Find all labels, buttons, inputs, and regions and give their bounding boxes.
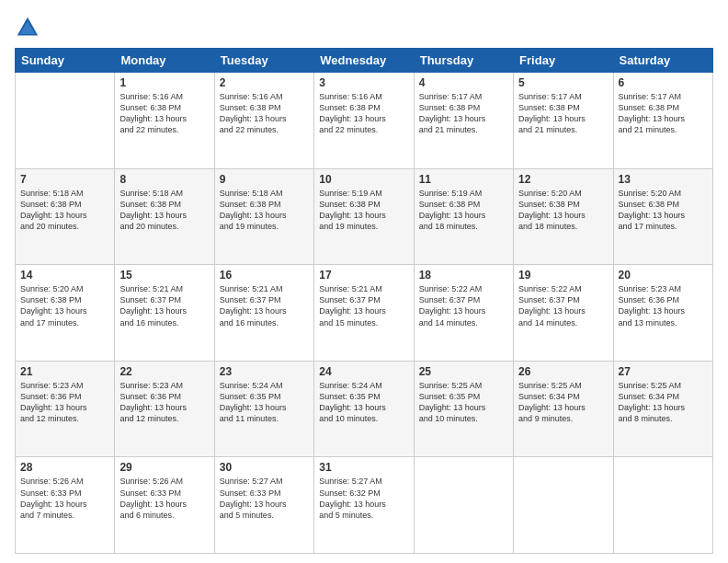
day-number: 15 (119, 269, 209, 282)
calendar-header-row: SundayMondayTuesdayWednesdayThursdayFrid… (16, 49, 713, 73)
day-info: Sunrise: 5:24 AM Sunset: 6:35 PM Dayligh… (220, 380, 309, 425)
calendar-cell: 19Sunrise: 5:22 AM Sunset: 6:37 PM Dayli… (514, 265, 613, 362)
day-number: 14 (20, 269, 109, 282)
calendar-week-row: 28Sunrise: 5:26 AM Sunset: 6:33 PM Dayli… (16, 457, 713, 554)
calendar-cell (16, 73, 115, 169)
day-number: 26 (518, 365, 608, 378)
calendar-header-thursday: Thursday (414, 49, 513, 73)
calendar-header-tuesday: Tuesday (214, 49, 313, 73)
calendar-cell: 30Sunrise: 5:27 AM Sunset: 6:33 PM Dayli… (214, 457, 313, 554)
logo-icon (15, 15, 40, 40)
day-number: 11 (419, 173, 508, 186)
day-number: 24 (319, 365, 408, 378)
calendar-header-wednesday: Wednesday (314, 49, 414, 73)
day-info: Sunrise: 5:23 AM Sunset: 6:36 PM Dayligh… (119, 380, 209, 425)
day-number: 3 (319, 76, 408, 89)
calendar-cell: 9Sunrise: 5:18 AM Sunset: 6:38 PM Daylig… (214, 168, 313, 265)
day-number: 21 (20, 365, 109, 378)
day-info: Sunrise: 5:19 AM Sunset: 6:38 PM Dayligh… (419, 188, 508, 233)
calendar-cell: 5Sunrise: 5:17 AM Sunset: 6:38 PM Daylig… (514, 73, 613, 169)
day-info: Sunrise: 5:18 AM Sunset: 6:38 PM Dayligh… (220, 188, 309, 233)
day-info: Sunrise: 5:27 AM Sunset: 6:32 PM Dayligh… (319, 476, 408, 521)
day-number: 10 (319, 173, 408, 186)
day-info: Sunrise: 5:21 AM Sunset: 6:37 PM Dayligh… (119, 283, 209, 328)
calendar-cell: 21Sunrise: 5:23 AM Sunset: 6:36 PM Dayli… (16, 361, 115, 457)
calendar-cell: 20Sunrise: 5:23 AM Sunset: 6:36 PM Dayli… (613, 265, 712, 362)
page: SundayMondayTuesdayWednesdayThursdayFrid… (0, 0, 728, 563)
day-info: Sunrise: 5:22 AM Sunset: 6:37 PM Dayligh… (518, 283, 608, 328)
day-info: Sunrise: 5:25 AM Sunset: 6:34 PM Dayligh… (619, 380, 708, 425)
calendar-cell: 10Sunrise: 5:19 AM Sunset: 6:38 PM Dayli… (314, 168, 414, 265)
day-number: 17 (319, 269, 408, 282)
calendar-cell: 16Sunrise: 5:21 AM Sunset: 6:37 PM Dayli… (214, 265, 313, 362)
calendar-cell: 7Sunrise: 5:18 AM Sunset: 6:38 PM Daylig… (16, 168, 115, 265)
calendar-cell: 26Sunrise: 5:25 AM Sunset: 6:34 PM Dayli… (514, 361, 613, 457)
calendar-cell: 1Sunrise: 5:16 AM Sunset: 6:38 PM Daylig… (115, 73, 214, 169)
day-number: 13 (619, 173, 708, 186)
day-info: Sunrise: 5:23 AM Sunset: 6:36 PM Dayligh… (20, 380, 109, 425)
day-info: Sunrise: 5:16 AM Sunset: 6:38 PM Dayligh… (319, 91, 408, 136)
calendar-cell: 15Sunrise: 5:21 AM Sunset: 6:37 PM Dayli… (115, 265, 214, 362)
day-info: Sunrise: 5:18 AM Sunset: 6:38 PM Dayligh… (20, 188, 109, 233)
day-number: 8 (119, 173, 209, 186)
calendar-header-monday: Monday (115, 49, 214, 73)
day-number: 27 (619, 365, 708, 378)
day-number: 30 (220, 461, 309, 474)
day-info: Sunrise: 5:24 AM Sunset: 6:35 PM Dayligh… (319, 380, 408, 425)
calendar-cell: 13Sunrise: 5:20 AM Sunset: 6:38 PM Dayli… (613, 168, 712, 265)
calendar-cell: 3Sunrise: 5:16 AM Sunset: 6:38 PM Daylig… (314, 73, 414, 169)
day-number: 20 (619, 269, 708, 282)
day-number: 4 (419, 76, 508, 89)
day-number: 16 (220, 269, 309, 282)
calendar-cell: 28Sunrise: 5:26 AM Sunset: 6:33 PM Dayli… (16, 457, 115, 554)
day-info: Sunrise: 5:16 AM Sunset: 6:38 PM Dayligh… (220, 91, 309, 136)
calendar-cell: 25Sunrise: 5:25 AM Sunset: 6:35 PM Dayli… (414, 361, 513, 457)
day-number: 23 (220, 365, 309, 378)
day-info: Sunrise: 5:17 AM Sunset: 6:38 PM Dayligh… (518, 91, 608, 136)
day-number: 7 (20, 173, 109, 186)
calendar-cell: 11Sunrise: 5:19 AM Sunset: 6:38 PM Dayli… (414, 168, 513, 265)
day-info: Sunrise: 5:26 AM Sunset: 6:33 PM Dayligh… (119, 476, 209, 521)
day-number: 19 (518, 269, 608, 282)
day-number: 6 (619, 76, 708, 89)
day-info: Sunrise: 5:25 AM Sunset: 6:35 PM Dayligh… (419, 380, 508, 425)
day-info: Sunrise: 5:23 AM Sunset: 6:36 PM Dayligh… (619, 283, 708, 328)
calendar-cell: 6Sunrise: 5:17 AM Sunset: 6:38 PM Daylig… (613, 73, 712, 169)
day-info: Sunrise: 5:17 AM Sunset: 6:38 PM Dayligh… (619, 91, 708, 136)
calendar-cell: 17Sunrise: 5:21 AM Sunset: 6:37 PM Dayli… (314, 265, 414, 362)
day-info: Sunrise: 5:22 AM Sunset: 6:37 PM Dayligh… (419, 283, 508, 328)
day-info: Sunrise: 5:21 AM Sunset: 6:37 PM Dayligh… (319, 283, 408, 328)
calendar-week-row: 7Sunrise: 5:18 AM Sunset: 6:38 PM Daylig… (16, 168, 713, 265)
calendar-cell: 14Sunrise: 5:20 AM Sunset: 6:38 PM Dayli… (16, 265, 115, 362)
calendar-table: SundayMondayTuesdayWednesdayThursdayFrid… (15, 48, 713, 554)
calendar-week-row: 1Sunrise: 5:16 AM Sunset: 6:38 PM Daylig… (16, 73, 713, 169)
day-number: 12 (518, 173, 608, 186)
calendar-week-row: 14Sunrise: 5:20 AM Sunset: 6:38 PM Dayli… (16, 265, 713, 362)
calendar-cell (514, 457, 613, 554)
calendar-cell: 24Sunrise: 5:24 AM Sunset: 6:35 PM Dayli… (314, 361, 414, 457)
header (15, 15, 713, 40)
day-number: 25 (419, 365, 508, 378)
day-number: 29 (119, 461, 209, 474)
day-info: Sunrise: 5:17 AM Sunset: 6:38 PM Dayligh… (419, 91, 508, 136)
calendar-cell: 18Sunrise: 5:22 AM Sunset: 6:37 PM Dayli… (414, 265, 513, 362)
logo (15, 15, 44, 40)
calendar-cell (613, 457, 712, 554)
calendar-cell: 22Sunrise: 5:23 AM Sunset: 6:36 PM Dayli… (115, 361, 214, 457)
day-info: Sunrise: 5:19 AM Sunset: 6:38 PM Dayligh… (319, 188, 408, 233)
day-number: 9 (220, 173, 309, 186)
calendar-cell: 4Sunrise: 5:17 AM Sunset: 6:38 PM Daylig… (414, 73, 513, 169)
day-number: 1 (119, 76, 209, 89)
calendar-header-friday: Friday (514, 49, 613, 73)
calendar-header-sunday: Sunday (16, 49, 115, 73)
calendar-cell: 27Sunrise: 5:25 AM Sunset: 6:34 PM Dayli… (613, 361, 712, 457)
calendar-cell: 23Sunrise: 5:24 AM Sunset: 6:35 PM Dayli… (214, 361, 313, 457)
calendar-cell: 29Sunrise: 5:26 AM Sunset: 6:33 PM Dayli… (115, 457, 214, 554)
day-number: 22 (119, 365, 209, 378)
calendar-cell: 8Sunrise: 5:18 AM Sunset: 6:38 PM Daylig… (115, 168, 214, 265)
calendar-week-row: 21Sunrise: 5:23 AM Sunset: 6:36 PM Dayli… (16, 361, 713, 457)
day-info: Sunrise: 5:20 AM Sunset: 6:38 PM Dayligh… (619, 188, 708, 233)
calendar-cell: 31Sunrise: 5:27 AM Sunset: 6:32 PM Dayli… (314, 457, 414, 554)
day-number: 5 (518, 76, 608, 89)
day-number: 18 (419, 269, 508, 282)
